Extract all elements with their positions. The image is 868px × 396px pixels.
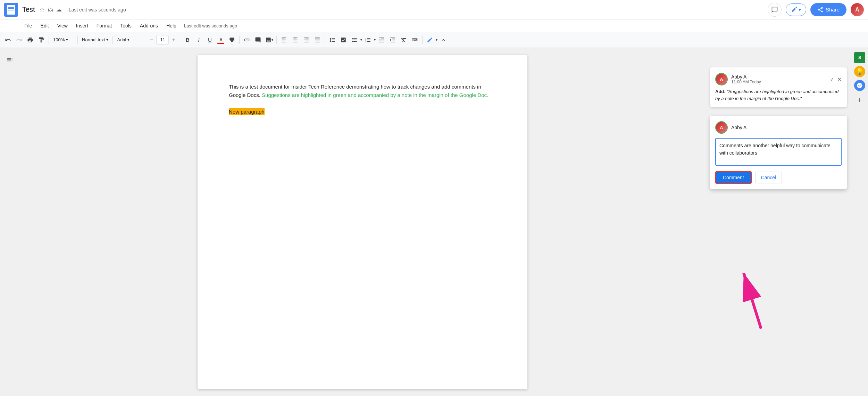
suggestion-user-info: Abby A 11:00 AM Today: [731, 74, 761, 84]
redo-button[interactable]: [14, 35, 24, 45]
toolbar-divider-2: [77, 36, 78, 44]
right-app-sidebar: S 💡 +: [851, 48, 868, 396]
print-button[interactable]: [25, 35, 35, 45]
font-size-input[interactable]: [156, 35, 169, 45]
google-tasks-icon[interactable]: [854, 80, 865, 91]
user-avatar[interactable]: A: [851, 3, 864, 16]
line-spacing-button[interactable]: [327, 35, 337, 45]
highlight-button[interactable]: [227, 35, 237, 45]
bold-button[interactable]: B: [182, 35, 193, 45]
toolbar-divider-8: [325, 36, 325, 44]
edit-mode-button[interactable]: [425, 35, 435, 45]
top-right-actions: ▾ Share A: [768, 3, 864, 17]
right-panel: A Abby A 11:00 AM Today ✓ ✕ Add: "Sugges…: [706, 48, 851, 396]
checklist-button[interactable]: [338, 35, 349, 45]
increase-font-button[interactable]: +: [169, 36, 178, 44]
suggestion-action-label: Add:: [715, 89, 726, 94]
style-chevron: ▾: [106, 38, 108, 42]
highlighted-paragraph: New paragraph: [229, 108, 496, 116]
move-chevron: ▾: [799, 7, 801, 13]
share-button[interactable]: Share: [810, 3, 846, 16]
align-right-button[interactable]: [301, 35, 311, 45]
toolbar-divider-5: [180, 36, 180, 44]
underline-button[interactable]: U: [205, 35, 215, 45]
suggestion-header: A Abby A 11:00 AM Today ✓ ✕: [715, 73, 842, 85]
outline-icon[interactable]: [3, 53, 16, 66]
menu-file[interactable]: File: [21, 22, 36, 30]
clear-formatting-button[interactable]: [399, 35, 409, 45]
plus-icon: +: [858, 96, 862, 105]
add-apps-icon[interactable]: +: [853, 94, 866, 106]
new-comment-textarea[interactable]: Comments are another helpful way to comm…: [715, 138, 842, 166]
insert-image-button[interactable]: ▾: [264, 35, 274, 45]
decrease-font-button[interactable]: −: [147, 36, 156, 44]
suggestion-avatar: A: [715, 73, 728, 85]
menu-view[interactable]: View: [54, 22, 71, 30]
italic-button[interactable]: I: [193, 35, 204, 45]
toolbar: 100% ▾ Normal text ▾ Arial ▾ − + B I U A: [0, 32, 868, 48]
font-selector[interactable]: Arial ▾: [115, 35, 143, 45]
zoom-selector[interactable]: 100% ▾: [51, 35, 75, 45]
document-scroll-area[interactable]: This is a test document for Insider Tech…: [19, 48, 706, 396]
title-icons: ☆ 🗂 ☁: [39, 6, 62, 14]
toolbar-divider-1: [49, 36, 49, 44]
move-to-drive-button[interactable]: ▾: [786, 3, 806, 16]
increase-indent-button[interactable]: [387, 35, 398, 45]
saved-status[interactable]: Last edit was seconds ago: [69, 7, 765, 13]
suggestion-quoted-text: "Suggestions are highlighted in green an…: [715, 89, 838, 101]
share-label: Share: [826, 7, 840, 13]
menu-help[interactable]: Help: [163, 22, 180, 30]
arrow-annotation: [733, 263, 782, 333]
new-comment-username: Abby A: [731, 125, 746, 130]
scrollbar-control: [860, 377, 860, 396]
doc-title[interactable]: Test: [22, 6, 35, 14]
suggestion-time: 11:00 AM Today: [731, 80, 761, 84]
folder-icon[interactable]: 🗂: [48, 6, 53, 13]
last-edit-status[interactable]: Last edit was seconds ago: [184, 23, 237, 28]
main-area: This is a test document for Insider Tech…: [0, 48, 868, 396]
menu-insert[interactable]: Insert: [73, 22, 92, 30]
comments-button[interactable]: [768, 3, 782, 17]
align-center-button[interactable]: [290, 35, 300, 45]
menu-addons[interactable]: Add-ons: [136, 22, 161, 30]
link-button[interactable]: [242, 35, 252, 45]
comment-cancel-button[interactable]: Cancel: [755, 172, 782, 183]
bullet-list-button[interactable]: [349, 35, 360, 45]
menu-tools[interactable]: Tools: [117, 22, 135, 30]
new-comment-avatar: A: [715, 121, 728, 134]
align-left-button[interactable]: [279, 35, 289, 45]
star-icon[interactable]: ☆: [39, 6, 45, 14]
toolbar-divider-6: [239, 36, 240, 44]
new-comment-actions: Comment Cancel: [715, 171, 842, 184]
document-page: This is a test document for Insider Tech…: [198, 55, 527, 389]
menu-edit[interactable]: Edit: [37, 22, 52, 30]
numbered-list-button[interactable]: [363, 35, 373, 45]
insert-comment-button[interactable]: [253, 35, 263, 45]
decrease-indent-button[interactable]: [376, 35, 387, 45]
suggestion-text: Suggestions are highlighted in green and…: [262, 92, 488, 98]
collapse-toolbar-button[interactable]: [438, 35, 449, 45]
keyboard-shortcuts-button[interactable]: ⌨: [410, 35, 420, 45]
toolbar-divider-9: [422, 36, 423, 44]
resolve-icon[interactable]: ✓: [830, 76, 834, 83]
new-comment-header: A Abby A: [715, 121, 842, 134]
toolbar-divider-3: [112, 36, 113, 44]
toolbar-divider-7: [276, 36, 277, 44]
google-keep-icon[interactable]: 💡: [854, 66, 865, 77]
left-sidebar: [0, 48, 19, 396]
google-sheets-icon[interactable]: S: [854, 52, 865, 63]
paragraph-style-selector[interactable]: Normal text ▾: [80, 35, 110, 45]
align-justify-button[interactable]: [312, 35, 323, 45]
doc-icon[interactable]: [4, 3, 18, 17]
menu-bar: File Edit View Insert Format Tools Add-o…: [0, 19, 868, 32]
menu-format[interactable]: Format: [93, 22, 115, 30]
undo-button[interactable]: [3, 35, 13, 45]
cloud-icon[interactable]: ☁: [56, 6, 62, 13]
zoom-chevron: ▾: [66, 38, 68, 42]
paint-format-button[interactable]: [36, 35, 47, 45]
comment-submit-button[interactable]: Comment: [715, 171, 752, 184]
text-color-button[interactable]: A: [216, 35, 226, 45]
suggestion-body: Add: "Suggestions are highlighted in gre…: [715, 88, 842, 102]
close-icon[interactable]: ✕: [837, 76, 842, 83]
doc-body-text: This is a test document for Insider Tech…: [229, 83, 496, 99]
